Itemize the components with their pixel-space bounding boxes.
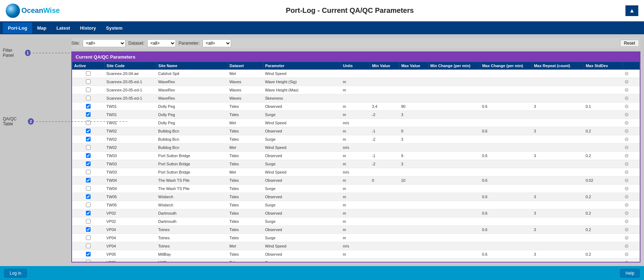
qaqc-table-badge: 2 [28, 118, 34, 125]
units-cell [341, 94, 370, 102]
gear-icon[interactable]: ⚙ [624, 219, 629, 224]
max-cell [399, 119, 429, 127]
header-parameter: Parameter [263, 62, 341, 70]
table-row: Scannex-20-04-aeCalshot SpitMetWind Spee… [72, 70, 640, 78]
header-dataset: Dataset [228, 62, 263, 70]
active-checkbox[interactable] [86, 252, 91, 256]
gear-icon[interactable]: ⚙ [624, 95, 629, 101]
active-checkbox[interactable] [86, 96, 91, 100]
active-checkbox[interactable] [86, 170, 91, 174]
dataset-select[interactable]: <all> [147, 39, 176, 47]
gear-icon[interactable]: ⚙ [624, 104, 629, 109]
active-checkbox[interactable] [86, 104, 91, 109]
gear-icon[interactable]: ⚙ [624, 169, 629, 175]
maxrepeat-cell [532, 259, 584, 262]
nav-latest[interactable]: Latest [51, 22, 75, 34]
min-cell [370, 144, 399, 152]
gear-icon[interactable]: ⚙ [624, 120, 629, 126]
active-checkbox[interactable] [86, 194, 91, 199]
gear-icon[interactable]: ⚙ [624, 227, 629, 232]
min-cell: -1 [370, 127, 399, 135]
nav-history[interactable]: History [75, 22, 101, 34]
active-checkbox[interactable] [86, 88, 91, 92]
units-cell: m [341, 78, 370, 86]
parameter-cell: Wave Height (Max) [263, 86, 341, 94]
gear-icon[interactable]: ⚙ [624, 71, 629, 76]
units-cell: m [341, 86, 370, 94]
filter-panel-label: Filter Panel [3, 48, 23, 58]
gear-icon[interactable]: ⚙ [624, 87, 629, 93]
gear-icon[interactable]: ⚙ [624, 194, 629, 200]
active-checkbox[interactable] [86, 153, 91, 158]
active-checkbox[interactable] [86, 79, 91, 84]
active-checkbox[interactable] [86, 145, 91, 150]
max-cell: 3 [399, 135, 429, 144]
gear-icon[interactable]: ⚙ [624, 79, 629, 85]
active-checkbox[interactable] [86, 211, 91, 215]
filter-row: Site: <all> Dataset: <all> Parameter: <a… [71, 38, 640, 49]
gear-icon[interactable]: ⚙ [624, 251, 629, 257]
gear-icon[interactable]: ⚙ [624, 161, 629, 167]
active-checkbox[interactable] [86, 219, 91, 224]
site-name-cell: Dartmouth [157, 209, 228, 218]
maxchange-cell [480, 242, 532, 250]
nav-portlog[interactable]: Port-Log [3, 22, 32, 34]
gear-icon[interactable]: ⚙ [624, 128, 629, 134]
max-cell [399, 201, 429, 209]
reset-button[interactable]: Reset [620, 40, 639, 47]
site-code-cell: VP04 [104, 226, 156, 234]
active-checkbox[interactable] [86, 178, 91, 182]
gear-icon[interactable]: ⚙ [624, 112, 629, 118]
maxrepeat-cell [532, 144, 584, 152]
site-select[interactable]: <all> [83, 39, 126, 47]
gear-icon[interactable]: ⚙ [624, 145, 629, 150]
parameter-cell: Surge [263, 185, 341, 193]
gear-icon[interactable]: ⚙ [624, 260, 629, 262]
active-checkbox[interactable] [86, 186, 91, 191]
gear-icon[interactable]: ⚙ [624, 235, 629, 241]
maxstddev-cell [584, 160, 623, 168]
maxchange-cell [480, 259, 532, 262]
dataset-cell: Met [228, 242, 263, 250]
minchange-cell [428, 234, 480, 242]
gear-icon[interactable]: ⚙ [624, 153, 629, 159]
active-checkbox[interactable] [86, 202, 91, 207]
dataset-cell: Met [228, 119, 263, 127]
qaqc-table-annotation: QA/QC Table 2 [3, 116, 127, 126]
maxchange-cell [480, 234, 532, 242]
gear-icon[interactable]: ⚙ [624, 210, 629, 216]
help-button[interactable]: Help [620, 269, 640, 278]
active-checkbox[interactable] [86, 112, 91, 117]
corner-button[interactable]: ▲ [625, 5, 638, 16]
login-button[interactable]: Log in [4, 269, 27, 278]
dataset-cell: Met [228, 168, 263, 176]
active-checkbox[interactable] [86, 227, 91, 232]
active-checkbox[interactable] [86, 235, 91, 240]
gear-icon[interactable]: ⚙ [624, 178, 629, 183]
nav-system[interactable]: System [101, 22, 127, 34]
gear-icon[interactable]: ⚙ [624, 243, 629, 249]
nav-map[interactable]: Map [32, 22, 51, 34]
active-checkbox[interactable] [86, 137, 91, 141]
active-checkbox[interactable] [86, 129, 91, 133]
dataset-cell: Tides [228, 234, 263, 242]
header-actions [623, 62, 639, 70]
active-checkbox[interactable] [86, 161, 91, 166]
gear-icon[interactable]: ⚙ [624, 186, 629, 191]
maxrepeat-cell [532, 234, 584, 242]
active-checkbox[interactable] [86, 260, 91, 262]
parameter-cell: Observed [263, 127, 341, 135]
site-code-cell: TW03 [104, 152, 156, 160]
dataset-cell: Tides [228, 160, 263, 168]
min-cell: -2 [370, 111, 399, 119]
active-checkbox[interactable] [86, 244, 91, 248]
site-code-cell: TW03 [104, 160, 156, 168]
units-cell: m [341, 226, 370, 234]
site-name-cell: The Wash TS Pile [157, 176, 228, 185]
gear-icon[interactable]: ⚙ [624, 202, 629, 208]
parameter-select[interactable]: <all> [203, 39, 231, 47]
logo-text: OceanWise [21, 6, 60, 15]
gear-icon[interactable]: ⚙ [624, 136, 629, 142]
site-name-cell: Totnes [157, 242, 228, 250]
active-checkbox[interactable] [86, 71, 91, 76]
